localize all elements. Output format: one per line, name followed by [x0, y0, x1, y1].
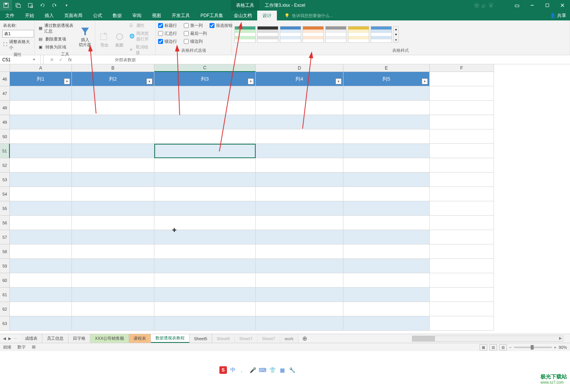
sheet-nav-menu-icon[interactable]: ⋯: [14, 336, 17, 341]
col-header-D[interactable]: D: [256, 64, 343, 72]
styles-up-icon[interactable]: ▲: [394, 26, 398, 32]
cell-C56[interactable]: [154, 216, 256, 230]
cell-C59[interactable]: [154, 259, 256, 273]
resize-table-button[interactable]: ⛶ 调整表格大小: [2, 38, 32, 51]
view-normal-icon[interactable]: ▦: [480, 344, 487, 350]
cell-C63[interactable]: [154, 316, 256, 331]
enter-formula-icon[interactable]: ✓: [56, 55, 65, 64]
sheet-tab-8[interactable]: Sheet6: [212, 334, 235, 343]
row-header-63[interactable]: 63: [0, 316, 10, 331]
cell-B60[interactable]: [72, 273, 154, 288]
row-header-62[interactable]: 62: [0, 302, 10, 316]
sheet-tab-6[interactable]: 数据透视表教程: [151, 334, 189, 343]
cell-C60[interactable]: [154, 273, 256, 288]
styles-expand-icon[interactable]: ▾: [394, 37, 398, 42]
cell-C48[interactable]: [154, 101, 256, 115]
cell-B50[interactable]: [72, 129, 154, 144]
cell-B53[interactable]: [72, 173, 154, 187]
style-swatch-6[interactable]: [348, 26, 369, 43]
refresh-button[interactable]: 刷新: [113, 22, 126, 56]
filter-button-A[interactable]: ▼: [64, 78, 70, 84]
col-header-B[interactable]: B: [72, 64, 154, 72]
cell-C49[interactable]: [154, 115, 256, 129]
cell-C46[interactable]: 列3▼: [154, 72, 256, 86]
cell-B61[interactable]: [72, 288, 154, 302]
row-header-52[interactable]: 52: [0, 158, 10, 173]
cell-D62[interactable]: [256, 302, 343, 316]
zoom-level[interactable]: 90%: [559, 345, 567, 350]
cell-A55[interactable]: [10, 201, 72, 216]
cell-E46[interactable]: 列5▼: [343, 72, 430, 86]
cell-A52[interactable]: [10, 158, 72, 173]
cell-D54[interactable]: [256, 187, 343, 201]
tab-review[interactable]: 审阅: [127, 11, 147, 20]
cell-B56[interactable]: [72, 216, 154, 230]
cell-D52[interactable]: [256, 158, 343, 173]
filter-button-C[interactable]: ▼: [248, 78, 254, 84]
cell-F47[interactable]: [430, 86, 494, 101]
cell-E63[interactable]: [343, 316, 430, 331]
styles-down-icon[interactable]: ▼: [394, 32, 398, 37]
ime-punct-icon[interactable]: 、: [239, 366, 247, 374]
cell-D51[interactable]: [256, 144, 343, 158]
cell-D48[interactable]: [256, 101, 343, 115]
zoom-in-icon[interactable]: +: [554, 345, 556, 350]
row-header-54[interactable]: 54: [0, 187, 10, 201]
cell-B59[interactable]: [72, 259, 154, 273]
filter-button-B[interactable]: ▼: [146, 78, 152, 84]
cell-F59[interactable]: [430, 259, 494, 273]
cell-C54[interactable]: [154, 187, 256, 201]
cell-B49[interactable]: [72, 115, 154, 129]
row-header-60[interactable]: 60: [0, 273, 10, 288]
cell-D47[interactable]: [256, 86, 343, 101]
ime-shirt-icon[interactable]: 👕: [269, 366, 276, 374]
cell-A54[interactable]: [10, 187, 72, 201]
cell-A62[interactable]: [10, 302, 72, 316]
style-swatch-3[interactable]: [280, 26, 301, 43]
row-header-47[interactable]: 47: [0, 86, 10, 101]
redo-icon[interactable]: [48, 0, 61, 11]
cell-A50[interactable]: [10, 129, 72, 144]
cell-C51[interactable]: [154, 144, 256, 158]
cell-F56[interactable]: [430, 216, 494, 230]
table-name-input[interactable]: [2, 30, 34, 37]
save-icon[interactable]: [0, 0, 12, 11]
zoom-out-icon[interactable]: −: [509, 345, 511, 350]
undo-icon[interactable]: [36, 0, 48, 11]
ime-kb-icon[interactable]: ⌨: [259, 366, 266, 374]
col-header-C[interactable]: C: [154, 64, 256, 72]
cell-F60[interactable]: [430, 273, 494, 288]
sheet-tab-10[interactable]: Sheet7: [258, 334, 280, 343]
sheet-tab-3[interactable]: 田字格: [68, 334, 90, 343]
cell-E51[interactable]: [343, 144, 430, 158]
row-header-53[interactable]: 53: [0, 173, 10, 187]
convert-range-button[interactable]: ▣转换为区域: [37, 44, 76, 51]
cell-F49[interactable]: [430, 115, 494, 129]
cell-A51[interactable]: [10, 144, 72, 158]
chk-last-col[interactable]: 最后一列: [184, 31, 207, 36]
view-layout-icon[interactable]: ▤: [489, 344, 497, 350]
style-swatch-2[interactable]: [257, 26, 278, 43]
cell-E49[interactable]: [343, 115, 430, 129]
cell-A58[interactable]: [10, 244, 72, 259]
tab-view[interactable]: 视图: [147, 11, 166, 20]
row-header-50[interactable]: 50: [0, 129, 10, 144]
cell-A46[interactable]: 列1▼: [10, 72, 72, 86]
cell-A57[interactable]: [10, 230, 72, 244]
cell-B63[interactable]: [72, 316, 154, 331]
qat-btn-2[interactable]: [12, 0, 24, 11]
cell-F57[interactable]: [430, 230, 494, 244]
style-swatch-4[interactable]: [303, 26, 324, 43]
cell-C50[interactable]: [154, 129, 256, 144]
row-header-61[interactable]: 61: [0, 288, 10, 302]
cell-D56[interactable]: [256, 216, 343, 230]
cell-F46[interactable]: [430, 72, 494, 86]
tab-data[interactable]: 数据: [107, 11, 127, 20]
zoom-slider[interactable]: [514, 347, 552, 348]
name-box[interactable]: ▼: [0, 55, 41, 64]
cell-C53[interactable]: [154, 173, 256, 187]
ime-tool-icon[interactable]: 🔧: [288, 366, 296, 374]
style-swatch-5[interactable]: [325, 26, 346, 43]
cell-A56[interactable]: [10, 216, 72, 230]
cell-F58[interactable]: [430, 244, 494, 259]
